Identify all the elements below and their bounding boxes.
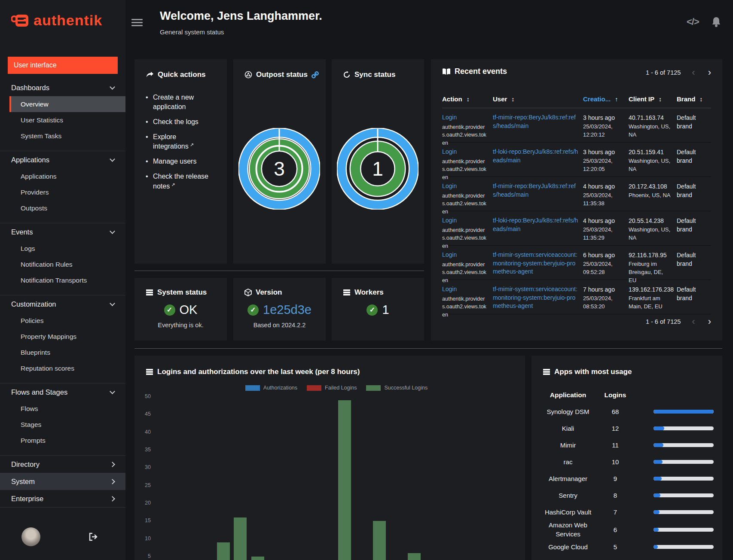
- quick-action-link[interactable]: Manage users: [146, 157, 219, 166]
- event-user-link[interactable]: tf-loki-repo:BeryJu/k8s:ref:refs/heads/m…: [493, 148, 579, 164]
- sidebar-item-notification-transports[interactable]: Notification Transports: [0, 272, 125, 288]
- event-action-link[interactable]: Login: [442, 285, 490, 294]
- sidebar-item-system[interactable]: System: [0, 473, 125, 490]
- sidebar-item-logs[interactable]: Logs: [0, 240, 125, 256]
- user-interface-button[interactable]: User interface: [8, 57, 118, 74]
- sidebar-item-directory[interactable]: Directory: [0, 456, 125, 473]
- pagination-next-icon[interactable]: ›: [708, 68, 711, 77]
- version-value-link[interactable]: 1e25d3e: [263, 303, 312, 317]
- column-header-user[interactable]: User↕: [493, 95, 583, 103]
- event-creation-cell: 6 hours ago25/03/2024, 09:52:28: [583, 251, 629, 285]
- event-brand-cell: Default brand: [677, 113, 711, 147]
- event-action-link[interactable]: Login: [442, 216, 490, 225]
- event-creation-cell: 7 hours ago25/03/2024, 08:53:20: [583, 285, 629, 319]
- legend-item-successful-logins[interactable]: Successful Logins: [366, 385, 428, 391]
- event-brand-cell: Default brand: [677, 216, 711, 250]
- apps-usage-row: Mimir11: [540, 437, 714, 453]
- quick-action-link[interactable]: Explore integrations↗: [146, 132, 219, 151]
- apps-column-logins: Logins: [596, 391, 635, 399]
- legend-swatch: [366, 385, 381, 391]
- avatar[interactable]: [21, 527, 40, 546]
- app-name: Sentry: [540, 491, 596, 500]
- sidebar-item-property-mappings[interactable]: Property Mappings: [0, 329, 125, 344]
- event-timestamp: 25/03/2024, 08:53:20: [583, 295, 623, 311]
- pagination-prev-icon[interactable]: ‹: [692, 68, 695, 77]
- api-code-icon[interactable]: </>: [687, 16, 699, 27]
- chevron-down-icon: [110, 389, 115, 394]
- event-ip: 139.162.176.238: [629, 285, 671, 294]
- notifications-bell-icon[interactable]: [711, 16, 721, 29]
- event-user-link[interactable]: tf-mimir-system:serviceaccount:monitorin…: [493, 251, 579, 276]
- event-user-link[interactable]: tf-loki-repo:BeryJu/k8s:ref:refs/heads/m…: [493, 216, 579, 233]
- sidebar-section-header[interactable]: Flows and Stages: [0, 383, 125, 401]
- sidebar-item-reputation-scores[interactable]: Reputation scores: [0, 360, 125, 376]
- app-usage-progress-fill: [654, 410, 714, 414]
- sidebar-section-header[interactable]: Customization: [0, 295, 125, 313]
- quick-action-link[interactable]: Check the release notes↗: [146, 172, 219, 191]
- event-brand-cell: Default brand: [677, 285, 711, 319]
- sidebar-item-system-tasks[interactable]: System Tasks: [0, 128, 125, 144]
- system-status-card: System status ✓ OK Everything is ok.: [134, 278, 227, 341]
- table-row: Loginauthentik.providers.oauth2.views.to…: [442, 280, 711, 314]
- sidebar-section-label: Applications: [11, 156, 49, 164]
- pagination-next-icon[interactable]: ›: [708, 317, 711, 326]
- event-user-link[interactable]: tf-mimir-system:serviceaccount:monitorin…: [493, 285, 579, 310]
- column-header-client-ip[interactable]: Client IP↕: [629, 95, 677, 103]
- menu-toggle-icon[interactable]: [131, 19, 143, 28]
- logins-chart-title: Logins and authorizations over the last …: [146, 368, 360, 376]
- apps-usage-card: Apps with most usage ApplicationLoginsSy…: [531, 356, 722, 560]
- column-header-action[interactable]: Action↕: [442, 95, 493, 103]
- sidebar-item-outposts[interactable]: Outposts: [0, 200, 125, 216]
- event-client-ip-cell: 20.55.14.238Washington, US, NA: [629, 216, 677, 250]
- version-title: Version: [244, 288, 282, 297]
- app-usage-progressbar: [654, 426, 714, 430]
- sidebar-item-policies[interactable]: Policies: [0, 313, 125, 329]
- app-name: Amazon Web Services: [540, 520, 596, 539]
- event-user-link[interactable]: tf-mimir-repo:BeryJu/k8s:ref:refs/heads/…: [493, 113, 579, 130]
- sidebar-item-overview[interactable]: Overview: [9, 96, 125, 112]
- sidebar-item-providers[interactable]: Providers: [0, 184, 125, 200]
- legend-item-authorizations[interactable]: Authorizations: [245, 385, 297, 391]
- event-timestamp: 25/03/2024, 12:20:05: [583, 157, 623, 173]
- event-action-link[interactable]: Login: [442, 182, 490, 191]
- sidebar-item-prompts[interactable]: Prompts: [0, 432, 125, 448]
- sidebar-item-stages[interactable]: Stages: [0, 417, 125, 432]
- legend-item-failed-logins[interactable]: Failed Logins: [307, 385, 357, 391]
- event-creation-cell: 4 hours ago25/03/2024, 11:35:38: [583, 182, 629, 216]
- event-ip: 40.71.163.74: [629, 113, 671, 122]
- sidebar-item-enterprise[interactable]: Enterprise: [0, 490, 125, 507]
- sidebar-item-applications[interactable]: Applications: [0, 168, 125, 184]
- sidebar-item-notification-rules[interactable]: Notification Rules: [0, 256, 125, 272]
- recent-events-pagination-bottom: 1 - 6 of 7125 ‹ ›: [646, 317, 711, 326]
- table-row: Loginauthentik.providers.oauth2.views.to…: [442, 177, 711, 211]
- sidebar-item-blueprints[interactable]: Blueprints: [0, 344, 125, 360]
- external-link-icon: ↗: [190, 142, 194, 147]
- sidebar-section-header[interactable]: Events: [0, 223, 125, 240]
- logins-chart-card: Logins and authorizations over the last …: [134, 356, 525, 560]
- event-action-link[interactable]: Login: [442, 148, 490, 156]
- pagination-prev-icon[interactable]: ‹: [692, 317, 695, 326]
- event-context: authentik.providers.oauth2.views.token: [442, 123, 488, 147]
- apps-usage-row: Sentry8: [540, 487, 714, 504]
- sidebar-item-flows[interactable]: Flows: [0, 401, 125, 417]
- event-action-link[interactable]: Login: [442, 251, 490, 259]
- sidebar-section-header[interactable]: Applications: [0, 151, 125, 168]
- sidebar-section-header[interactable]: Dashboards: [0, 79, 125, 96]
- logout-icon[interactable]: [89, 533, 98, 543]
- column-header-creatio-[interactable]: Creatio...↑: [583, 95, 629, 103]
- server-icon: [146, 289, 153, 296]
- event-client-ip-cell: 139.162.176.238Frankfurt am Main, DE, EU: [629, 285, 677, 319]
- quick-action-link[interactable]: Check the logs: [146, 117, 219, 127]
- event-time-ago: 4 hours ago: [583, 216, 623, 225]
- event-timestamp: 25/03/2024, 11:35:38: [583, 192, 623, 208]
- sidebar-item-user-statistics[interactable]: User Statistics: [0, 112, 125, 128]
- event-action-link[interactable]: Login: [442, 113, 490, 122]
- event-user-link[interactable]: tf-mimir-repo:BeryJu/k8s:ref:refs/heads/…: [493, 182, 579, 199]
- chevron-down-icon: [110, 156, 115, 162]
- column-header-brand[interactable]: Brand↕: [677, 95, 711, 103]
- quick-action-link[interactable]: Create a new application: [146, 93, 219, 112]
- authentik-logo[interactable]: authentik: [11, 12, 102, 29]
- outpost-link-icon[interactable]: [312, 71, 319, 79]
- outpost-icon: [244, 71, 252, 79]
- sidebar-section-label: Events: [11, 228, 33, 236]
